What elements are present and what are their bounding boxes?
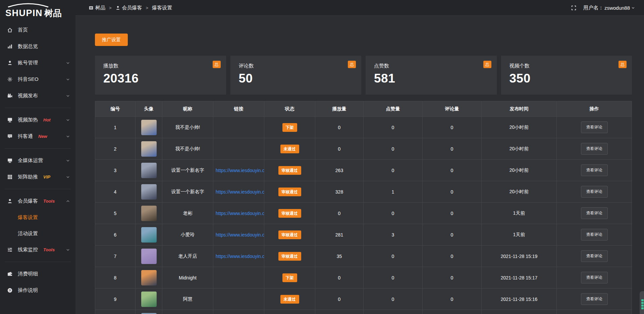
sidebar-item-账号管理[interactable]: 账号管理 [0,55,75,71]
cell-comments: 0 [423,246,482,267]
cell-id: 1 [95,117,136,138]
table-row: 4设置一个新名字https://www.iesdouyin.c审核通过32810… [95,181,632,203]
cell-status: 未通过 [264,289,315,310]
brand-logo[interactable]: SHUPIN 树品 [0,0,75,19]
cell-link[interactable]: https://www.iesdouyin.c [213,160,264,181]
chevron-down-icon [66,61,70,65]
sidebar-subitem-爆客设置[interactable]: 爆客设置 [0,209,75,225]
cell-comments: 0 [423,289,482,310]
main-column: 树品>会员爆客>爆客设置 用户名：zswodun88 推广设置 播放数20316… [75,0,644,314]
promotion-settings-button[interactable]: 推广设置 [95,34,128,46]
bar-chart-icon [7,44,13,49]
fullscreen-icon[interactable] [571,5,577,11]
sidebar-item-视频发布[interactable]: 视频发布 [0,88,75,104]
cell-likes: 0 [364,246,423,267]
cell-plays: 35 [315,246,364,267]
view-comments-button[interactable]: 查看评论 [581,186,608,198]
sidebar-item-badge: New [38,134,47,139]
table-row: 2我不是小帅!未通过00020小时前查看评论 [95,138,632,160]
breadcrumb-item-树品[interactable]: 树品 [89,5,105,11]
sidebar-item-badge: Tools [43,247,55,252]
cell-nickname: 我不是小帅! [162,117,213,138]
cell-link[interactable]: https://www.iesdouyin.c [213,181,264,203]
stat-value: 581 [374,71,488,86]
sidebar-item-全媒体运营[interactable]: 全媒体运营 [0,152,75,169]
table-row: 6小爱玲https://www.iesdouyin.c审核通过281301天前查… [95,224,632,246]
cell-link [213,117,264,138]
sidebar-item-会员爆客[interactable]: 会员爆客Tools [0,193,75,209]
sidebar-subitem-活动设置[interactable]: 活动设置 [0,225,75,242]
sidebar: SHUPIN 树品 首页数据总览账号管理抖音SEO视频发布视频加热Hot抖客通N… [0,0,75,314]
cell-nickname: 小爱玲 [162,224,213,246]
sidebar-item-操作说明[interactable]: ?操作说明 [0,282,75,299]
sidebar-item-首页[interactable]: 首页 [0,22,75,38]
view-comments-button[interactable]: 查看评论 [581,164,608,176]
column-header-发布时间: 发布时间 [482,101,557,117]
sidebar-item-抖音SEO[interactable]: 抖音SEO [0,71,75,88]
total-badge: 总 [619,61,627,68]
sidebar-item-视频加热[interactable]: 视频加热Hot [0,112,75,128]
column-header-头像: 头像 [136,101,162,117]
status-badge: 未通过 [280,145,299,153]
chevron-down-icon [66,248,70,252]
cell-link [213,267,264,289]
cell-avatar [136,267,162,289]
cell-likes: 1 [364,181,423,203]
table-row [95,310,632,314]
sidebar-item-badge: VIP [43,174,50,179]
table-row: 1我不是小帅!下架00020小时前查看评论 [95,117,632,138]
sidebar-item-label: 矩阵助推 [18,174,38,180]
sidebar-item-label: 账号管理 [18,60,38,66]
total-badge: 总 [348,61,356,68]
chat-icon [7,134,13,139]
stat-value: 350 [509,71,624,86]
cell-actions: 查看评论 [557,203,632,224]
cell-time: 1天前 [482,203,557,224]
cell-actions: 查看评论 [557,138,632,160]
stat-value: 50 [239,71,353,86]
cell-actions: 查看评论 [557,160,632,181]
topbar: 树品>会员爆客>爆客设置 用户名：zswodun88 [75,0,644,16]
chevron-down-icon [66,77,70,82]
view-comments-button[interactable]: 查看评论 [581,229,608,241]
cell-nickname: Midnight [162,267,213,289]
cell-comments [423,310,482,314]
cell-plays: 0 [315,117,364,138]
view-comments-button[interactable]: 查看评论 [581,143,608,155]
cell-link[interactable]: https://www.iesdouyin.c [213,224,264,246]
cell-id: 6 [95,224,136,246]
wallet-icon [7,271,13,277]
sidebar-item-数据总览[interactable]: 数据总览 [0,38,75,55]
cell-id: 8 [95,267,136,289]
cell-time: 20小时前 [482,117,557,138]
breadcrumb-item-会员爆客[interactable]: 会员爆客 [115,5,142,11]
member-icon [7,198,13,204]
sidebar-item-消费明细[interactable]: 消费明细 [0,266,75,282]
sliders-icon [7,247,13,253]
cell-status: 审核通过 [264,203,315,224]
table-wrap: 编号头像昵称链接状态播放量点赞量评论量发布时间操作 1我不是小帅!下架00020… [95,101,632,314]
avatar [141,184,157,200]
username-label: 用户名： [583,5,603,11]
chevron-down-icon [66,118,70,122]
cell-avatar [136,117,162,138]
view-comments-button[interactable]: 查看评论 [581,250,608,262]
floating-widget[interactable] [640,291,644,314]
view-comments-button[interactable]: 查看评论 [581,272,608,283]
sidebar-item-抖客通[interactable]: 抖客通New [0,128,75,145]
cell-likes: 0 [364,160,423,181]
sidebar-item-线索监控[interactable]: 线索监控Tools [0,242,75,258]
chevron-down-icon [66,94,70,98]
avatar [141,206,157,221]
sidebar-item-label: 数据总览 [18,43,38,50]
cell-comments: 0 [423,224,482,246]
sidebar-item-矩阵助推[interactable]: 矩阵助推VIP [0,169,75,185]
view-comments-button[interactable]: 查看评论 [581,121,608,133]
view-comments-button[interactable]: 查看评论 [581,207,608,219]
status-badge: 下架 [282,123,297,132]
cell-link[interactable]: https://www.iesdouyin.c [213,246,264,267]
cell-link[interactable]: https://www.iesdouyin.c [213,203,264,224]
view-comments-button[interactable]: 查看评论 [581,293,608,305]
user-menu[interactable]: 用户名：zswodun88 [583,5,635,11]
status-badge: 审核通过 [278,188,301,196]
